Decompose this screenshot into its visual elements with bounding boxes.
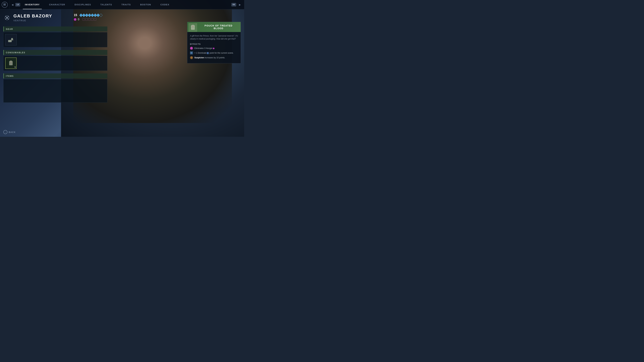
- nav-right-arrow[interactable]: ▶: [237, 0, 243, 9]
- hunger-icon: [74, 18, 76, 21]
- svg-rect-5: [11, 38, 13, 40]
- tab-talents[interactable]: TALENTS: [96, 0, 117, 9]
- character-stats: 15 0: [74, 13, 107, 21]
- tab-traits[interactable]: TRAITS: [117, 0, 136, 9]
- character-header: GALEB BAZORY VENTRUE 15: [3, 13, 107, 22]
- suspicion-effect-text: Suspicion increases by 10 points.: [194, 56, 225, 59]
- svg-rect-8: [10, 60, 12, 61]
- dominate-effect-icon: [190, 51, 193, 54]
- character-info: GALEB BAZORY VENTRUE: [14, 13, 71, 22]
- main-content: GALEB BAZORY VENTRUE 15: [0, 9, 111, 137]
- tab-inventory[interactable]: INVENTORY: [20, 0, 44, 9]
- gear-content: [3, 32, 107, 47]
- items-content: [3, 79, 107, 103]
- detail-description: A gift from the Prince, from her "person…: [190, 34, 238, 40]
- items-section: ITEMS: [3, 73, 107, 103]
- level-diamonds: [80, 14, 102, 16]
- hunger-pip-5: [94, 18, 96, 21]
- consumables-header: CONSUMABLES: [3, 50, 107, 55]
- character-level: 15: [74, 13, 78, 17]
- hunger-pip-1: [82, 18, 85, 21]
- svg-point-22: [191, 57, 192, 58]
- effect-hunger: Eliminates 3 Hunger: [190, 47, 238, 50]
- navigation-bar: 🏛 ◀ LB INVENTORY CHARACTER DISCIPLINES T…: [0, 0, 244, 9]
- gear-section: GEAR: [3, 26, 107, 47]
- hunger-dot-inline: [213, 48, 214, 49]
- effects-label: EFFECTS: [190, 43, 238, 45]
- diamond-8: [99, 13, 103, 17]
- consumables-title: CONSUMABLES: [6, 51, 25, 54]
- logo-icon: 🏛: [2, 2, 8, 8]
- suspicion-effect-icon: [190, 56, 193, 59]
- character-name: GALEB BAZORY: [14, 13, 71, 18]
- hunger-pip-4: [91, 18, 94, 21]
- tab-character[interactable]: CHARACTER: [44, 0, 70, 9]
- items-title: ITEMS: [6, 75, 14, 77]
- hunger-effect-text: Eliminates 3 Hunger: [194, 47, 215, 49]
- gear-header: GEAR: [3, 26, 107, 31]
- level-row: 15: [74, 13, 107, 17]
- nav-right-controls: RB ▶: [232, 0, 244, 9]
- gear-slot-1[interactable]: [5, 34, 16, 45]
- nav-tabs: INVENTORY CHARACTER DISCIPLINES TALENTS …: [20, 0, 232, 9]
- svg-rect-18: [192, 26, 194, 26]
- svg-rect-14: [192, 25, 194, 26]
- hunger-pip-3: [88, 18, 90, 21]
- tab-disciplines[interactable]: DISCIPLINES: [70, 0, 96, 9]
- rb-badge: RB: [232, 3, 236, 6]
- detail-item-icon: [189, 23, 197, 32]
- consumable-count: 1: [14, 66, 16, 68]
- back-circle-icon: ○: [3, 130, 8, 134]
- effect-suspicion: Suspicion increases by 10 points.: [190, 56, 238, 59]
- effect-dominate: + 1 Dominate point for the current scene…: [190, 51, 238, 54]
- nav-logo: 🏛: [0, 0, 10, 9]
- character-clan: VENTRUE: [14, 19, 71, 22]
- blood-pouch-icon: [8, 60, 14, 66]
- hunger-bar: [82, 18, 96, 21]
- nav-left-arrow[interactable]: ◀: [10, 0, 16, 9]
- consumables-section: CONSUMABLES 1: [3, 50, 107, 71]
- svg-point-19: [191, 48, 192, 49]
- dominate-effect-text: + 1 Dominate point for the current scene…: [194, 52, 234, 54]
- tab-boston[interactable]: BOSTON: [136, 0, 156, 9]
- consumables-content: 1: [3, 56, 107, 71]
- hunger-row: 0: [74, 18, 107, 21]
- hunger-value: 0: [78, 18, 81, 21]
- svg-rect-12: [10, 62, 12, 62]
- hunger-effect-icon: [190, 47, 193, 50]
- detail-body: A gift from the Prince, from her "person…: [187, 32, 241, 63]
- detail-panel: POUCH OF TREATED BLOOD A gift from the P…: [187, 22, 241, 63]
- detail-title: POUCH OF TREATED BLOOD: [199, 24, 238, 30]
- back-label: BACK: [9, 131, 16, 133]
- close-button[interactable]: [3, 14, 11, 21]
- dominate-icon-inline: [207, 52, 209, 54]
- consumable-slot-1[interactable]: 1: [5, 57, 16, 69]
- lb-badge: LB: [16, 3, 20, 6]
- back-button[interactable]: ○ BACK: [3, 130, 16, 134]
- tab-codex[interactable]: CODEX: [156, 0, 174, 9]
- gear-item-icon: [8, 36, 14, 43]
- hunger-pip-2: [85, 18, 88, 21]
- detail-header: POUCH OF TREATED BLOOD: [187, 22, 241, 32]
- items-header: ITEMS: [3, 73, 107, 78]
- gear-title: GEAR: [6, 28, 13, 30]
